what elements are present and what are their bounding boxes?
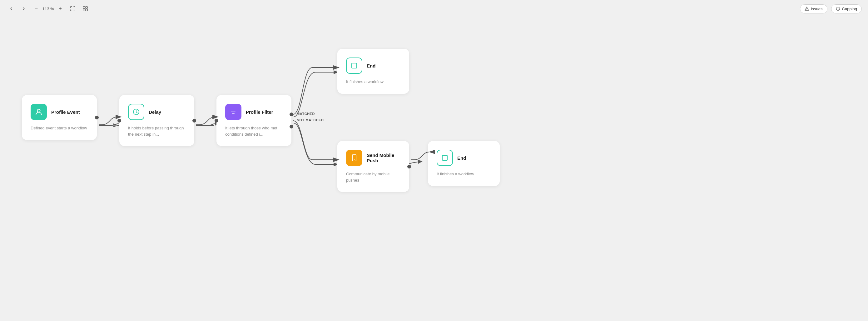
profile-event-conn-right: [95, 116, 99, 119]
grid-button[interactable]: [80, 4, 90, 14]
profile-event-title: Profile Event: [51, 109, 80, 115]
svg-point-11: [354, 159, 354, 160]
back-button[interactable]: [6, 4, 16, 14]
filter-conn-left: [215, 119, 218, 122]
delay-conn-left: [118, 119, 121, 122]
clock-icon: [836, 6, 840, 11]
end-bottom-icon: [437, 150, 453, 166]
matched-label: MATCHED: [297, 112, 315, 116]
svg-rect-1: [86, 6, 88, 8]
svg-rect-0: [83, 6, 85, 8]
not-matched-label: NOT MATCHED: [297, 118, 324, 122]
profile-filter-icon: [225, 104, 242, 120]
end-top-node[interactable]: End It finishes a workflow: [337, 49, 409, 94]
node-header: End: [346, 58, 400, 74]
profile-event-node[interactable]: Profile Event Defined event starts a wor…: [22, 95, 97, 140]
toolbar-left: − 113 % +: [6, 4, 90, 14]
svg-rect-3: [86, 9, 88, 11]
end-bottom-desc: It finishes a workflow: [437, 171, 491, 177]
filter-conn-matched: [289, 113, 293, 116]
node-header: Profile Event: [31, 104, 88, 120]
issues-label: Issues: [811, 6, 823, 11]
toolbar: − 113 % +: [0, 0, 868, 18]
zoom-in-icon: +: [59, 6, 62, 12]
end-bottom-node[interactable]: End It finishes a workflow: [428, 141, 500, 186]
workflow-canvas[interactable]: Profile Event Defined event starts a wor…: [0, 18, 868, 321]
forward-button[interactable]: [19, 4, 29, 14]
zoom-out-icon: −: [35, 6, 38, 12]
end-top-title: End: [367, 63, 375, 68]
zoom-in-button[interactable]: +: [55, 4, 65, 14]
svg-rect-9: [352, 63, 357, 68]
svg-rect-12: [442, 155, 447, 160]
warning-icon: [805, 6, 809, 11]
toolbar-right: Issues Capping: [800, 4, 862, 13]
delay-title: Delay: [149, 109, 161, 115]
node-header: Send Mobile Push: [346, 150, 400, 166]
end-top-desc: It finishes a workflow: [346, 79, 400, 85]
zoom-controls: − 113 % +: [31, 4, 65, 14]
node-header: End: [437, 150, 491, 166]
mobile-push-icon: [346, 150, 362, 166]
zoom-level: 113 %: [42, 6, 54, 11]
profile-event-icon: [31, 104, 47, 120]
end-top-icon: [346, 58, 362, 74]
filter-conn-not-matched: [289, 125, 293, 128]
mobile-push-desc: Communicate by mobile pushes: [346, 171, 400, 183]
issues-button[interactable]: Issues: [800, 4, 827, 13]
mobile-push-conn-right: [407, 165, 411, 169]
capping-button[interactable]: Capping: [831, 4, 862, 13]
svg-point-4: [806, 9, 807, 10]
profile-event-desc: Defined event starts a workflow: [31, 125, 88, 131]
delay-node[interactable]: Delay It holds before passing through th…: [119, 95, 194, 146]
svg-point-7: [37, 109, 40, 112]
profile-filter-title: Profile Filter: [246, 109, 273, 115]
delay-icon: [128, 104, 144, 120]
delay-conn-right: [192, 119, 196, 122]
node-header: Delay: [128, 104, 186, 120]
mobile-push-title: Send Mobile Push: [367, 152, 400, 163]
capping-label: Capping: [842, 6, 857, 11]
end-bottom-title: End: [457, 155, 466, 160]
node-header: Profile Filter: [225, 104, 283, 120]
send-mobile-push-node[interactable]: Send Mobile Push Communicate by mobile p…: [337, 141, 409, 192]
profile-filter-desc: It lets through those who met conditions…: [225, 125, 283, 137]
profile-filter-node[interactable]: Profile Filter It lets through those who…: [216, 95, 291, 146]
svg-rect-2: [83, 9, 85, 11]
fullscreen-button[interactable]: [68, 4, 78, 14]
delay-desc: It holds before passing through the next…: [128, 125, 186, 137]
zoom-out-button[interactable]: −: [31, 4, 41, 14]
